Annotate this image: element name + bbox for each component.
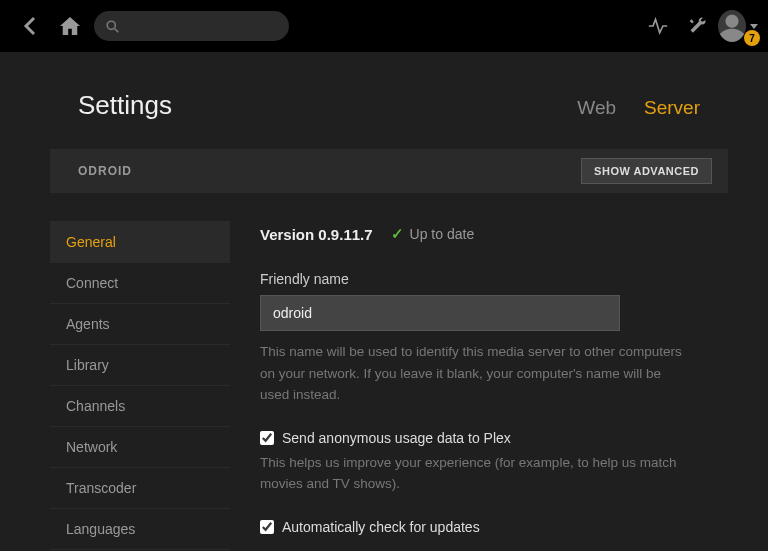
server-name-label: ODROID [78,164,581,178]
settings-sidebar: General Connect Agents Library Channels … [50,221,230,550]
tools-button[interactable] [678,6,718,46]
sidebar-item-channels[interactable]: Channels [50,386,230,427]
show-advanced-button[interactable]: SHOW ADVANCED [581,158,712,184]
check-icon: ✓ [391,225,404,243]
sidebar-item-general[interactable]: General [50,221,230,263]
sidebar-item-connect[interactable]: Connect [50,263,230,304]
top-bar: 7 [0,0,768,52]
tab-web[interactable]: Web [577,97,616,119]
home-button[interactable] [50,6,90,46]
uptodate-label: Up to date [410,226,475,242]
usage-data-checkbox[interactable] [260,431,274,445]
account-button[interactable]: 7 [718,6,758,46]
page-title: Settings [78,90,549,121]
chevron-down-icon [750,24,758,29]
sidebar-item-languages[interactable]: Languages [50,509,230,550]
back-button[interactable] [10,6,50,46]
sidebar-item-network[interactable]: Network [50,427,230,468]
version-label: Version 0.9.11.7 [260,226,373,243]
friendly-name-input[interactable] [260,295,620,331]
friendly-name-help: This name will be used to identify this … [260,341,690,406]
avatar-icon [718,10,746,42]
usage-data-label: Send anonymous usage data to Plex [282,430,511,446]
svg-point-0 [107,21,115,29]
search-icon [106,20,119,33]
settings-panel: Version 0.9.11.7 ✓ Up to date Friendly n… [260,221,718,550]
search-input[interactable] [127,19,277,34]
auto-update-label: Automatically check for updates [282,519,480,535]
sidebar-item-agents[interactable]: Agents [50,304,230,345]
friendly-name-label: Friendly name [260,271,718,287]
sidebar-item-library[interactable]: Library [50,345,230,386]
auto-update-checkbox[interactable] [260,520,274,534]
sidebar-item-transcoder[interactable]: Transcoder [50,468,230,509]
svg-line-1 [115,28,119,32]
search-box[interactable] [94,11,289,41]
tab-server[interactable]: Server [644,97,700,119]
usage-data-row[interactable]: Send anonymous usage data to Plex [260,430,718,446]
notification-badge: 7 [744,30,760,46]
usage-data-help: This helps us improve your experience (f… [260,452,690,495]
activity-button[interactable] [638,6,678,46]
auto-update-row[interactable]: Automatically check for updates [260,519,718,535]
